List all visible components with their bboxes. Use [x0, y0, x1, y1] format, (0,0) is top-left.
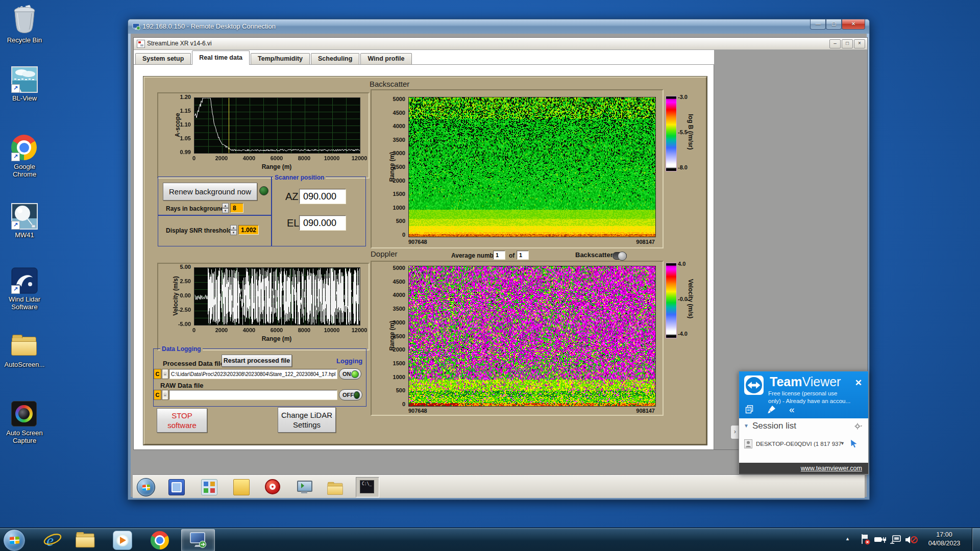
teamviewer-license-text: Free license (personal use only) - Alrea…: [768, 390, 850, 405]
tab-temp-humidity[interactable]: Temp/humidity: [251, 53, 310, 64]
desktop-icon-bl-view[interactable]: ↗ BL-View: [1, 66, 48, 102]
axis-tick: 0: [182, 327, 206, 333]
change-lidar-settings-button[interactable]: Change LiDAR Settings: [278, 407, 336, 433]
tray-expand-icon[interactable]: ▲: [845, 536, 850, 541]
snr-value-field[interactable]: 1.002: [238, 225, 259, 235]
renew-background-button[interactable]: Renew background now: [163, 183, 257, 201]
axis-tick: 0: [182, 155, 206, 161]
bl-view-icon: ↗: [11, 66, 38, 93]
backscatter-heatmap: [408, 97, 656, 237]
action-center-flag-icon[interactable]: [860, 533, 871, 545]
rdp-window-title: 192.168.0.150 - Remote Desktop Connectio…: [142, 22, 276, 30]
axis-tick: -2.50: [165, 307, 191, 313]
remote-taskbar-grid-icon[interactable]: [201, 479, 217, 495]
tab-strip: System setupReal time dataTemp/humidityS…: [134, 50, 714, 65]
taskbar-clock[interactable]: 17:00 04/08/2023: [921, 531, 968, 548]
remote-control-cursor-icon[interactable]: [850, 439, 858, 448]
tab-wind-profile[interactable]: Wind profile: [360, 53, 411, 64]
taskbar-wmp-icon[interactable]: [112, 530, 133, 550]
folder-icon: [11, 333, 38, 359]
network-icon[interactable]: [889, 535, 901, 544]
remote-taskbar-cmd-slot[interactable]: C:\_: [356, 477, 379, 497]
brush-icon[interactable]: [767, 405, 776, 414]
desktop-icon-mw41[interactable]: ↗ MW41: [1, 203, 48, 239]
volume-muted-icon[interactable]: [904, 535, 918, 545]
rdp-minimize-button[interactable]: —: [810, 19, 826, 30]
desktop-icon-label: Recycle Bin: [7, 36, 42, 44]
vi-close-button[interactable]: ×: [854, 39, 865, 48]
taskbar-chrome-icon[interactable]: [150, 530, 170, 550]
vi-maximize-button[interactable]: □: [842, 39, 853, 48]
teamviewer-collapse-tab[interactable]: ›: [730, 425, 739, 439]
remote-taskbar-app-window-icon[interactable]: [168, 479, 185, 495]
remote-taskbar-notes-icon[interactable]: [233, 479, 250, 495]
desktop-icon-autoscreen-folder[interactable]: AutoScreen...: [1, 333, 48, 368]
desktop-icon-auto-screen-capture[interactable]: Auto Screen Capture: [1, 401, 48, 444]
az-value-field[interactable]: 090.000: [299, 189, 346, 204]
backscatter-doppler-toggle[interactable]: [612, 252, 627, 260]
remote-taskbar-capture-icon[interactable]: [297, 479, 312, 494]
teamviewer-panel: TeamViewer ✕ Free license (personal use …: [739, 371, 869, 474]
raw-logging-switch[interactable]: OFF: [339, 389, 362, 400]
backscatter-title: Backscatter: [370, 80, 409, 88]
processed-path-field[interactable]: C:\Lidar\Data\Proc\2023\202308\20230804\…: [169, 369, 337, 379]
average-total-field[interactable]: 1: [517, 251, 529, 260]
processed-browse-icon[interactable]: ⌸: [162, 369, 168, 379]
raw-data-file-label: RAW Data file: [160, 382, 204, 389]
doppler-x-end: 908147: [624, 408, 655, 414]
stop-line2: software: [167, 420, 197, 430]
collapse-left-icon[interactable]: «: [789, 406, 795, 413]
processed-logging-switch[interactable]: ON: [339, 368, 361, 380]
session-list-caret-icon[interactable]: ▼: [744, 423, 749, 429]
vi-titlebar[interactable]: StreamLine XR v14-6.vi – □ ×: [134, 38, 867, 50]
session-row[interactable]: DESKTOP-OE0QDVI (1 817 937 ▼: [744, 439, 864, 451]
axis-tick: 500: [381, 387, 405, 393]
axis-tick: 1000: [381, 374, 405, 380]
rdp-titlebar[interactable]: 192.168.0.150 - Remote Desktop Connectio…: [128, 19, 869, 34]
restart-processed-file-button[interactable]: Restart processed file: [222, 355, 292, 367]
rdp-maximize-button[interactable]: ▢: [826, 19, 842, 30]
taskbar-explorer-icon[interactable]: [75, 530, 95, 550]
stop-software-button[interactable]: STOP software: [157, 408, 207, 433]
raw-drive-badge[interactable]: C: [154, 390, 161, 400]
velocity-x-axis-label: Range (m): [241, 335, 312, 342]
show-desktop-button[interactable]: [972, 528, 980, 551]
processed-drive-badge[interactable]: C: [154, 369, 161, 379]
taskbar-rdp-active-slot[interactable]: [181, 529, 215, 551]
screen-capture-icon: [11, 401, 38, 428]
taskbar-ie-icon[interactable]: e: [42, 530, 63, 550]
tab-real-time-data[interactable]: Real time data: [192, 51, 250, 65]
copy-icon[interactable]: [745, 405, 754, 414]
raw-browse-icon[interactable]: ⌸: [162, 390, 168, 400]
tab-scheduling[interactable]: Scheduling: [311, 53, 359, 64]
axis-tick: 10000: [320, 155, 344, 161]
teamviewer-close-icon[interactable]: ✕: [855, 378, 862, 388]
remote-taskbar-record-icon[interactable]: [265, 479, 280, 494]
teamviewer-link[interactable]: www.teamviewer.com: [801, 465, 862, 472]
start-button[interactable]: [3, 529, 26, 551]
recycle-bin-icon: [10, 4, 39, 35]
session-settings-gear-icon[interactable]: [854, 423, 862, 430]
change-line2: Settings: [293, 420, 321, 430]
tab-system-setup[interactable]: System setup: [135, 53, 191, 64]
desktop-icon-wind-lidar[interactable]: ↗ Wind Lidar Software: [1, 267, 48, 311]
axis-tick: 5.00: [165, 264, 191, 270]
rdp-close-button[interactable]: ✕: [842, 19, 865, 30]
remote-taskbar-folder-icon[interactable]: [327, 479, 342, 494]
ascope-graph: A-scope Range (m) 1.201.151.101.050.9902…: [157, 92, 370, 179]
snr-stepper[interactable]: ▲▼: [230, 225, 237, 235]
rays-stepper[interactable]: ▲▼: [222, 203, 229, 213]
teamviewer-logo-icon: [744, 375, 764, 395]
rays-value-field[interactable]: 8: [230, 203, 243, 213]
battery-power-icon[interactable]: [874, 535, 886, 544]
el-value-field[interactable]: 090.000: [299, 215, 346, 231]
desktop-icon-google-chrome[interactable]: ↗ Google Chrome: [1, 135, 48, 178]
session-dropdown-caret-icon[interactable]: ▼: [840, 441, 845, 446]
axis-tick: 0: [381, 232, 405, 238]
average-number-field[interactable]: 1: [493, 251, 505, 260]
remote-start-button[interactable]: [137, 478, 155, 496]
on-label: ON: [342, 371, 351, 377]
raw-path-field[interactable]: [169, 390, 337, 400]
vi-minimize-button[interactable]: –: [829, 39, 841, 48]
desktop-icon-recycle-bin[interactable]: Recycle Bin: [1, 4, 48, 44]
